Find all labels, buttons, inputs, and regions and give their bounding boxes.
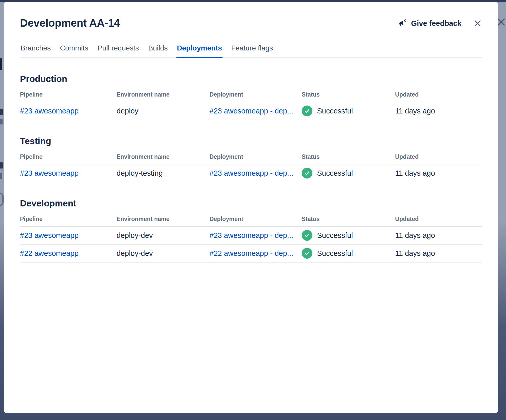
status-badge: Successful <box>302 106 395 116</box>
pipeline-link[interactable]: #22 awesomeapp <box>20 249 79 257</box>
megaphone-icon <box>398 19 407 28</box>
section-heading: Testing <box>20 136 482 146</box>
deployments-table: Pipeline Environment name Deployment Sta… <box>20 214 482 262</box>
tab-branches[interactable]: Branches <box>20 44 51 58</box>
updated-text: 11 days ago <box>395 249 482 258</box>
background-page-fragment <box>0 173 2 179</box>
updated-text: 11 days ago <box>395 231 482 240</box>
deployments-table: Pipeline Environment name Deployment Sta… <box>20 151 482 182</box>
table-header-row: Pipeline Environment name Deployment Sta… <box>20 214 482 227</box>
deployment-link[interactable]: #23 awesomeapp - dep... <box>209 107 293 115</box>
deployment-link[interactable]: #23 awesomeapp - dep... <box>209 169 293 177</box>
deployment-row: #22 awesomeapp deploy-dev #22 awesomeapp… <box>20 245 482 262</box>
success-check-icon <box>302 106 312 116</box>
status-label: Successful <box>317 169 353 177</box>
dialog-tabs: Branches Commits Pull requests Builds De… <box>20 44 482 58</box>
column-header-pipeline: Pipeline <box>20 91 117 98</box>
status-badge: Successful <box>302 230 395 241</box>
section-heading: Production <box>20 74 482 84</box>
success-check-icon <box>302 248 312 259</box>
success-check-icon <box>302 168 312 178</box>
pipeline-link[interactable]: #23 awesomeapp <box>20 231 79 239</box>
table-header-row: Pipeline Environment name Deployment Sta… <box>20 151 482 164</box>
background-page-fragment <box>0 119 3 124</box>
status-badge: Successful <box>302 168 395 178</box>
section-testing: Testing Pipeline Environment name Deploy… <box>20 136 482 182</box>
column-header-deployment: Deployment <box>209 153 302 160</box>
pipeline-link[interactable]: #23 awesomeapp <box>20 107 79 115</box>
column-header-updated: Updated <box>395 216 482 223</box>
status-label: Successful <box>317 231 353 240</box>
column-header-status: Status <box>302 91 395 98</box>
give-feedback-label: Give feedback <box>411 19 461 28</box>
column-header-status: Status <box>302 153 395 160</box>
status-label: Successful <box>317 107 353 115</box>
background-page-fragment <box>0 162 3 169</box>
status-label: Successful <box>317 249 353 258</box>
background-page-fragment <box>0 58 2 70</box>
deployment-row: #23 awesomeapp deploy #23 awesomeapp - d… <box>20 102 482 120</box>
tab-feature-flags[interactable]: Feature flags <box>231 44 273 58</box>
background-page-fragment <box>0 109 3 115</box>
environment-name: deploy-testing <box>117 169 209 177</box>
deployment-link[interactable]: #22 awesomeapp - dep... <box>209 249 293 257</box>
header-actions: Give feedback <box>398 19 482 28</box>
column-header-deployment: Deployment <box>209 216 302 223</box>
column-header-updated: Updated <box>395 91 482 98</box>
tab-commits[interactable]: Commits <box>59 44 89 58</box>
column-header-environment: Environment name <box>117 153 209 160</box>
column-header-environment: Environment name <box>117 216 209 223</box>
section-development: Development Pipeline Environment name De… <box>20 198 482 262</box>
give-feedback-button[interactable]: Give feedback <box>398 19 461 28</box>
environment-name: deploy-dev <box>117 249 209 258</box>
column-header-status: Status <box>302 216 395 223</box>
tab-pull-requests[interactable]: Pull requests <box>97 44 140 58</box>
background-page-fragment <box>0 193 4 206</box>
close-icon <box>473 19 482 28</box>
environment-name: deploy <box>117 107 209 115</box>
tab-deployments[interactable]: Deployments <box>176 44 223 58</box>
table-header-row: Pipeline Environment name Deployment Sta… <box>20 89 482 102</box>
column-header-pipeline: Pipeline <box>20 216 117 223</box>
deployment-row: #23 awesomeapp deploy-dev #23 awesomeapp… <box>20 227 482 245</box>
section-heading: Development <box>20 198 482 208</box>
dialog-header: Development AA-14 Give feedback <box>20 17 482 29</box>
page-title: Development AA-14 <box>20 17 120 29</box>
status-badge: Successful <box>302 248 395 259</box>
tab-builds[interactable]: Builds <box>148 44 168 58</box>
updated-text: 11 days ago <box>395 169 482 177</box>
column-header-environment: Environment name <box>117 91 209 98</box>
environment-name: deploy-dev <box>117 231 209 240</box>
column-header-updated: Updated <box>395 153 482 160</box>
updated-text: 11 days ago <box>395 107 482 115</box>
close-button[interactable] <box>473 19 482 28</box>
development-dialog: Development AA-14 Give feedback <box>4 2 498 413</box>
deployment-link[interactable]: #23 awesomeapp - dep... <box>209 231 293 239</box>
column-header-deployment: Deployment <box>209 91 302 98</box>
success-check-icon <box>302 230 312 241</box>
pipeline-link[interactable]: #23 awesomeapp <box>20 169 79 177</box>
deployments-table: Pipeline Environment name Deployment Sta… <box>20 89 482 120</box>
column-header-pipeline: Pipeline <box>20 153 117 160</box>
section-production: Production Pipeline Environment name Dep… <box>20 74 482 120</box>
deployment-row: #23 awesomeapp deploy-testing #23 awesom… <box>20 164 482 182</box>
